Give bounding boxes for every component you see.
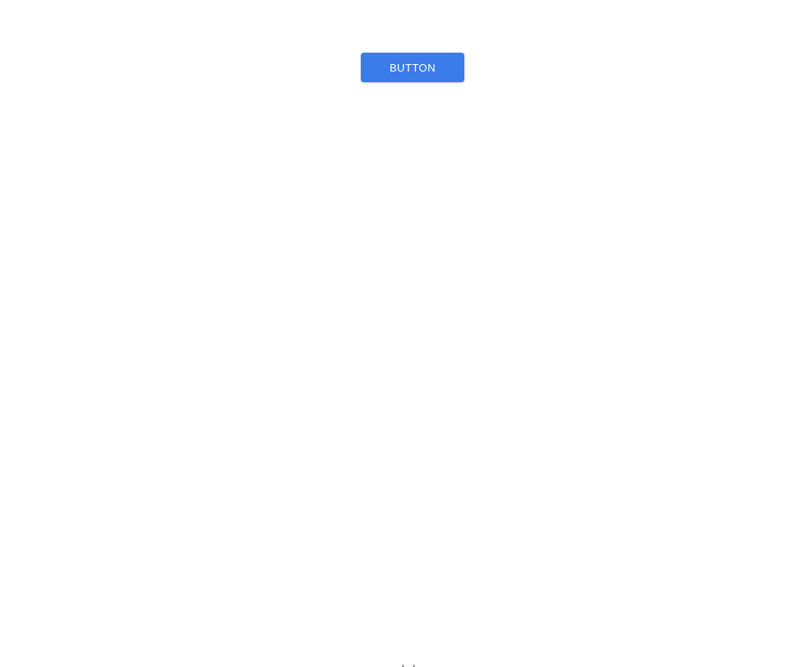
loading-spinner-icon — [401, 658, 416, 667]
primary-button[interactable]: BUTTON — [361, 53, 464, 82]
svg-point-0 — [403, 660, 414, 667]
